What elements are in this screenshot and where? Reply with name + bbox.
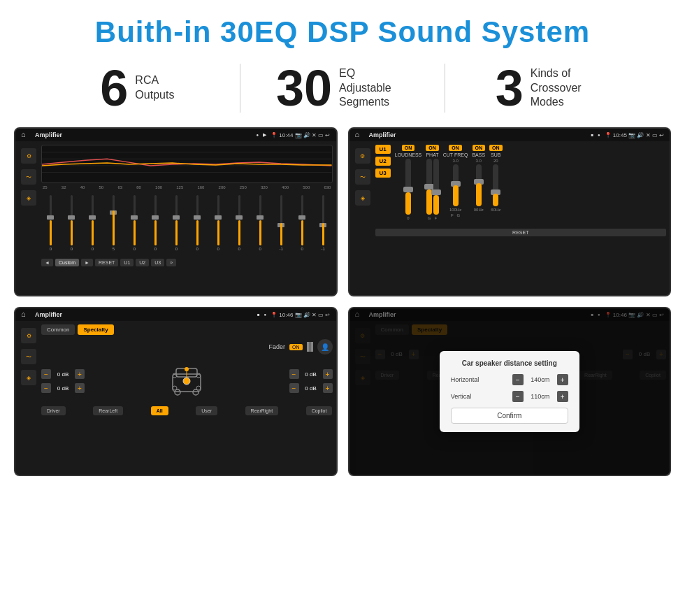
crossover-screen-title: Amplifier <box>369 131 587 138</box>
fader-sidebar-btn-1[interactable]: ⚙ <box>21 328 36 343</box>
dialog-horizontal-minus[interactable]: − <box>512 374 524 385</box>
dialog-screen: ⌂ Amplifier ■ ● 📍 10:46 📷 🔊 ✕ ▭ ↩ ⚙ 〜 ◈ … <box>348 307 672 476</box>
crossover-status-bar: ⌂ Amplifier ■ ● 📍 10:45 📷 🔊 ✕ ▭ ↩ <box>349 129 670 141</box>
crossover-sidebar-btn-2[interactable]: 〜 <box>355 169 370 185</box>
bass-label: BASS <box>472 152 485 157</box>
fader-avatar-btn[interactable]: 👤 <box>317 339 333 354</box>
cutfreq-on-badge: ON <box>449 145 462 151</box>
cutfreq-slider[interactable] <box>453 164 459 206</box>
fader-sidebar-btn-3[interactable]: ◈ <box>21 370 36 385</box>
eq-screen: ⌂ Amplifier ● ▶ 📍 10:44 📷 🔊 ✕ ▭ ↩ ⚙ 〜 ◈ <box>14 127 338 296</box>
right-top-plus[interactable]: + <box>323 369 333 379</box>
eq-slider-8[interactable]: 0 <box>209 195 228 251</box>
eq-slider-6[interactable]: 0 <box>167 195 186 251</box>
eq-custom-btn[interactable]: Custom <box>55 259 79 266</box>
fader-main-area: ⚙ 〜 ◈ Common Specialty Fader ON <box>15 321 336 475</box>
eq-sidebar-btn-2[interactable]: 〜 <box>21 169 36 185</box>
eq-u1-btn[interactable]: U1 <box>120 259 134 266</box>
eq-u2-btn[interactable]: U2 <box>136 259 149 266</box>
fader-screen-title: Amplifier <box>35 311 253 318</box>
crossover-sidebar-btn-3[interactable]: ◈ <box>355 190 370 206</box>
svg-point-10 <box>185 367 189 371</box>
dialog-horizontal-label: Horizontal <box>451 376 480 383</box>
eq-slider-5[interactable]: 0 <box>146 195 165 251</box>
home-icon[interactable]: ⌂ <box>21 130 31 140</box>
bass-slider[interactable] <box>476 164 482 206</box>
crossover-home-icon[interactable]: ⌂ <box>355 130 365 140</box>
crossover-u2-btn[interactable]: U2 <box>375 157 391 166</box>
fader-rearright-btn[interactable]: RearRight <box>245 406 279 415</box>
right-top-ctrl: − 0 dB + <box>289 369 333 379</box>
tab-common[interactable]: Common <box>41 324 75 335</box>
screens-grid: ⌂ Amplifier ● ▶ 📍 10:44 📷 🔊 ✕ ▭ ↩ ⚙ 〜 ◈ <box>0 124 685 487</box>
eq-u3-btn[interactable]: U3 <box>151 259 164 266</box>
eq-slider-2[interactable]: 0 <box>83 195 102 251</box>
dialog-vertical-label: Vertical <box>451 393 472 400</box>
loudness-slider-1[interactable] <box>405 159 411 215</box>
fader-copilot-btn[interactable]: Copilot <box>306 406 333 415</box>
page-wrapper: Buith-in 30EQ DSP Sound System 6 RCAOutp… <box>0 0 685 487</box>
eq-prev-btn[interactable]: ◄ <box>41 259 53 266</box>
speaker-grid: − 0 dB + − 0 dB + <box>41 360 333 402</box>
dialog-horizontal-value: 140cm <box>526 376 554 383</box>
loudness-label: LOUDNESS <box>395 152 422 157</box>
left-bot-plus[interactable]: + <box>75 383 85 393</box>
eq-play-btn[interactable]: ► <box>81 259 93 266</box>
eq-slider-1[interactable]: 0 <box>62 195 81 251</box>
right-bot-plus[interactable]: + <box>323 383 333 393</box>
eq-slider-3[interactable]: 5 <box>104 195 123 251</box>
eq-slider-7[interactable]: 0 <box>188 195 207 251</box>
eq-slider-11[interactable]: -1 <box>272 195 291 251</box>
fader-tabs: Common Specialty <box>41 324 333 335</box>
fader-status-dot2: ● <box>264 313 267 317</box>
left-top-minus[interactable]: − <box>41 369 51 379</box>
left-bot-minus[interactable]: − <box>41 383 51 393</box>
phat-slider-1[interactable] <box>426 159 432 215</box>
fader-rearleft-btn[interactable]: RearLeft <box>93 406 123 415</box>
eq-sidebar: ⚙ 〜 ◈ <box>19 145 38 292</box>
phat-slider-2[interactable] <box>433 159 439 215</box>
eq-sidebar-btn-3[interactable]: ◈ <box>21 190 36 206</box>
fader-driver-btn[interactable]: Driver <box>41 406 66 415</box>
fader-sidebar-btn-2[interactable]: 〜 <box>21 349 36 364</box>
eq-slider-4[interactable]: 0 <box>125 195 144 251</box>
fader-user-btn[interactable]: User <box>196 406 217 415</box>
tab-specialty[interactable]: Specialty <box>78 324 113 335</box>
fader-bottom: Driver RearLeft All User RearRight Copil… <box>41 406 333 415</box>
fader-screen: ⌂ Amplifier ■ ● 📍 10:46 📷 🔊 ✕ ▭ ↩ ⚙ 〜 ◈ … <box>14 307 338 476</box>
eq-slider-10[interactable]: 0 <box>251 195 270 251</box>
crossover-u3-btn[interactable]: U3 <box>375 169 391 178</box>
dialog-horizontal-plus[interactable]: + <box>557 374 568 385</box>
eq-status-play: ▶ <box>263 132 266 138</box>
dialog-vertical-plus[interactable]: + <box>557 391 568 402</box>
loudness-on-badge: ON <box>402 145 415 151</box>
eq-slider-9[interactable]: 0 <box>230 195 249 251</box>
left-bot-ctrl: − 0 dB + <box>41 383 85 393</box>
eq-sidebar-btn-1[interactable]: ⚙ <box>21 148 36 164</box>
eq-reset-btn[interactable]: RESET <box>95 259 118 266</box>
sub-on-badge: ON <box>489 145 503 151</box>
dialog-vertical-ctrl: − 110cm + <box>512 391 568 402</box>
fader-all-btn[interactable]: All <box>151 406 168 415</box>
sub-slider[interactable] <box>493 164 498 206</box>
dialog-title: Car speaker distance setting <box>451 359 568 367</box>
dialog-vertical-minus[interactable]: − <box>512 391 524 402</box>
right-bot-minus[interactable]: − <box>289 383 299 393</box>
crossover-sidebar: ⚙ 〜 ◈ <box>353 145 373 292</box>
right-top-minus[interactable]: − <box>289 369 299 379</box>
fader-status-dot: ■ <box>257 313 260 317</box>
crossover-reset-btn[interactable]: RESET <box>375 229 667 236</box>
crossover-sidebar-btn-1[interactable]: ⚙ <box>355 148 370 164</box>
eq-slider-13[interactable]: -1 <box>314 195 333 251</box>
dialog-confirm-button[interactable]: Confirm <box>451 408 568 424</box>
eq-expand-btn[interactable]: » <box>166 259 176 266</box>
phat-on-badge: ON <box>426 145 439 151</box>
left-top-plus[interactable]: + <box>75 369 85 379</box>
fader-home-icon[interactable]: ⌂ <box>21 310 31 320</box>
fader-content: Common Specialty Fader ON 👤 <box>41 324 333 471</box>
eq-slider-0[interactable]: 0 <box>41 195 60 251</box>
eq-slider-12[interactable]: 0 <box>293 195 312 251</box>
crossover-u1-btn[interactable]: U1 <box>375 145 391 154</box>
fader-sidebar: ⚙ 〜 ◈ <box>19 324 38 471</box>
eq-main-area: ⚙ 〜 ◈ <box>15 141 336 295</box>
